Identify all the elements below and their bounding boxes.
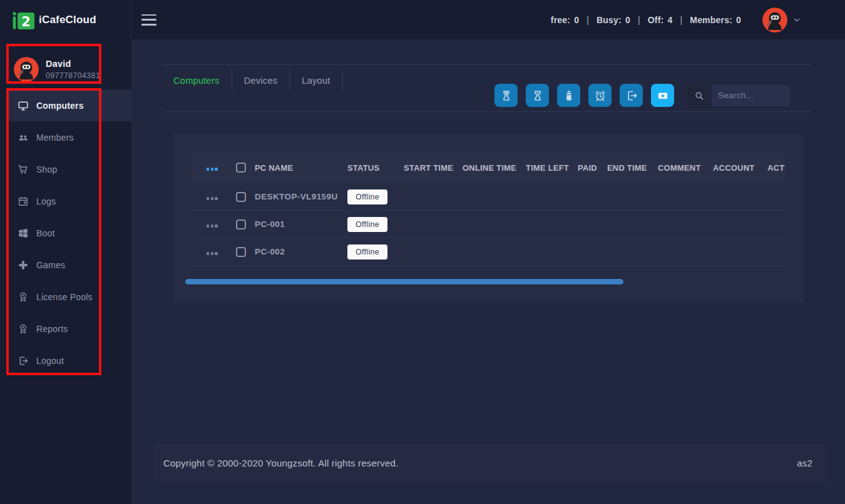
sidebar-item-boot[interactable]: Boot <box>6 217 131 249</box>
brand-name: iCafeCloud <box>39 14 96 26</box>
tab-layout[interactable]: Layout <box>302 70 342 91</box>
status-badge: Offline <box>347 244 387 260</box>
sidebar-user-avatar <box>14 57 39 82</box>
tab-computers[interactable]: Computers <box>173 70 232 91</box>
user-avatar[interactable] <box>762 8 787 33</box>
sidebar-item-reports[interactable]: Reports <box>6 313 131 345</box>
row-actions-menu-icon[interactable] <box>207 197 218 199</box>
stat-separator: | <box>680 15 682 25</box>
column-header: START TIME <box>397 163 456 173</box>
pc-name: DESKTOP-VL9159U <box>255 192 338 201</box>
sidebar-item-logout[interactable]: Logout <box>6 345 131 376</box>
tab-bar: Computers Devices Layout <box>173 70 355 91</box>
hourglass-bottom-icon <box>531 89 544 102</box>
stat-free-label: free: <box>551 15 570 25</box>
divider <box>163 64 811 65</box>
hourglass-top-button[interactable] <box>494 84 518 107</box>
sign-out-icon <box>625 89 638 102</box>
windows-icon <box>18 228 29 239</box>
monitor-icon <box>18 100 29 111</box>
calendar-icon <box>18 196 29 207</box>
badge-icon <box>18 323 29 335</box>
hamburger-menu-icon[interactable] <box>141 14 156 26</box>
search-icon <box>687 85 712 106</box>
sidebar-item-games[interactable]: Games <box>6 249 131 281</box>
computers-table: PC NAME STATUS START TIME ONLINE TIME TI… <box>192 152 785 266</box>
badge-icon <box>18 291 29 303</box>
sidebar-item-shop[interactable]: Shop <box>6 153 131 185</box>
row-checkbox[interactable] <box>236 192 246 202</box>
column-header: PC NAME <box>255 163 293 173</box>
pc-name: PC-001 <box>255 219 285 229</box>
sidebar-menu: Computers Members Shop Logs Boot Games <box>0 89 131 376</box>
row-checkbox[interactable] <box>236 247 246 257</box>
tab-devices[interactable]: Devices <box>244 70 290 91</box>
stat-off-value: 4 <box>667 15 672 25</box>
topbar-right: free:0 | Busy:0 | Off:4 | Members:0 <box>551 8 845 33</box>
table-row: PC-001 Offline <box>192 211 785 238</box>
logout-icon <box>18 355 29 366</box>
sidebar-item-members[interactable]: Members <box>6 121 131 153</box>
gamepad-icon <box>18 260 29 271</box>
stat-separator: | <box>586 15 589 25</box>
sidebar-item-label: License Pools <box>36 292 93 302</box>
sign-out-button[interactable] <box>620 84 643 107</box>
chevron-down-icon[interactable] <box>792 16 801 24</box>
cart-icon <box>18 164 29 175</box>
stat-busy-value: 0 <box>625 15 630 25</box>
divider <box>163 111 811 112</box>
column-header: PAID <box>571 163 601 173</box>
search-box <box>687 85 790 106</box>
copyright-text: Copyright © 2000-2020 Youngzsoft. All ri… <box>163 458 398 468</box>
status-badge: Offline <box>347 189 387 204</box>
stat-separator: | <box>638 15 640 25</box>
pc-name: PC-002 <box>255 247 285 256</box>
column-header: COMMENT <box>652 163 707 173</box>
sidebar-item-license-pools[interactable]: License Pools <box>6 281 131 313</box>
sidebar-item-computers[interactable]: Computers <box>6 89 131 121</box>
alarm-clock-icon <box>594 89 607 102</box>
sidebar-user-card[interactable]: David 097778704381 <box>0 39 131 88</box>
stat-free-value: 0 <box>574 15 579 25</box>
pc-status-summary: free:0 | Busy:0 | Off:4 | Members:0 <box>551 15 741 25</box>
alarm-clock-button[interactable] <box>588 84 612 107</box>
table-row: PC-002 Offline <box>192 238 785 266</box>
toolbar <box>494 84 790 107</box>
row-actions-menu-icon[interactable] <box>207 252 218 255</box>
svg-text:2: 2 <box>21 14 31 29</box>
sidebar-item-label: Shop <box>36 164 58 174</box>
people-icon <box>18 132 29 143</box>
sidebar-item-label: Computers <box>36 101 84 111</box>
hourglass-bottom-button[interactable] <box>526 84 549 107</box>
brand-logo-icon: 2 <box>13 11 35 29</box>
column-header: TIME LEFT <box>520 163 571 173</box>
brand: 2 iCafeCloud <box>0 0 131 39</box>
version-label: as2 <box>797 458 812 468</box>
stat-members-value: 0 <box>736 15 741 25</box>
battery-button[interactable] <box>557 84 580 107</box>
footer: Copyright © 2000-2020 Youngzsoft. All ri… <box>153 444 826 482</box>
column-header: STATUS <box>341 163 397 173</box>
stat-off-label: Off: <box>648 15 664 25</box>
stat-busy-label: Busy: <box>597 15 622 25</box>
money-icon <box>657 89 669 102</box>
horizontal-scrollbar[interactable] <box>185 278 624 285</box>
hourglass-top-icon <box>500 89 513 102</box>
money-button[interactable] <box>651 84 674 107</box>
status-badge: Offline <box>347 217 387 232</box>
battery-icon <box>563 89 575 102</box>
select-all-checkbox[interactable] <box>236 163 246 173</box>
sidebar-item-label: Games <box>36 260 65 270</box>
search-input[interactable] <box>712 85 790 106</box>
sidebar-item-label: Boot <box>36 228 55 238</box>
row-actions-menu-icon[interactable] <box>207 224 218 227</box>
sidebar-item-logs[interactable]: Logs <box>6 185 131 217</box>
sidebar-item-label: Logout <box>36 356 64 366</box>
column-header: END TIME <box>601 163 652 173</box>
user-name: David <box>46 59 100 69</box>
bulk-actions-menu-icon[interactable] <box>207 168 218 170</box>
row-checkbox[interactable] <box>236 219 246 229</box>
column-header: ONLINE TIME <box>456 163 520 173</box>
main-content: Computers Devices Layout <box>131 39 845 504</box>
topbar: 2 iCafeCloud free:0 | Busy:0 | Off:4 | M… <box>0 0 845 39</box>
